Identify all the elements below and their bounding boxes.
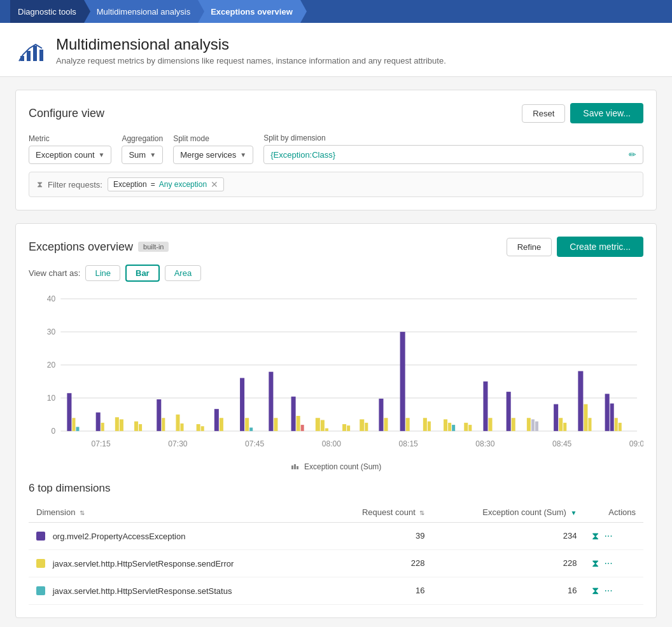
save-view-button[interactable]: Save view... <box>570 103 643 123</box>
dim-name-cell: javax.servlet.http.HttpServletResponse.s… <box>29 549 324 577</box>
breadcrumb-item-multidimensional[interactable]: Multidimensional analysis <box>84 0 198 23</box>
svg-rect-22 <box>139 424 142 431</box>
th-exception-count[interactable]: Exception count (Sum) ▼ <box>432 502 584 523</box>
svg-rect-63 <box>535 422 538 431</box>
svg-rect-2 <box>33 46 37 61</box>
svg-text:0: 0 <box>52 427 56 436</box>
svg-text:07:30: 07:30 <box>168 439 187 448</box>
svg-rect-37 <box>297 416 300 431</box>
refine-button[interactable]: Refine <box>507 238 552 256</box>
more-actions-icon[interactable]: ··· <box>604 530 612 542</box>
split-mode-dropdown[interactable]: Merge services ▼ <box>173 146 253 164</box>
split-dim-label: Split by dimension <box>263 134 643 142</box>
chart-type-bar-button[interactable]: Bar <box>125 265 160 282</box>
svg-rect-29 <box>214 409 219 431</box>
svg-rect-32 <box>245 418 249 431</box>
chart-type-line-button[interactable]: Line <box>85 265 120 281</box>
breadcrumb-item-exceptions[interactable]: Exceptions overview <box>198 0 300 23</box>
filter-icon: ⧗ <box>37 179 43 189</box>
table-row: javax.servlet.http.HttpServletResponse.s… <box>29 549 643 577</box>
section-header: Exceptions overview built-in Refine Crea… <box>29 237 643 257</box>
th-dimension[interactable]: Dimension ⇅ <box>29 502 324 523</box>
filter-tag[interactable]: Exception = Any exception ✕ <box>108 177 224 191</box>
svg-rect-35 <box>274 418 277 431</box>
more-actions-icon[interactable]: ··· <box>604 558 612 569</box>
svg-rect-50 <box>423 418 427 431</box>
chevron-down-icon: ▼ <box>240 151 246 158</box>
filter-action-icon[interactable]: ⧗ <box>592 558 599 569</box>
svg-rect-28 <box>201 426 204 431</box>
svg-rect-40 <box>321 420 325 431</box>
svg-text:10: 10 <box>47 394 55 403</box>
svg-rect-51 <box>428 422 431 431</box>
close-icon[interactable]: ✕ <box>211 179 218 189</box>
configure-title: Configure view <box>29 107 104 120</box>
th-actions: Actions <box>584 502 643 523</box>
svg-rect-21 <box>134 422 138 431</box>
overview-title: Exceptions overview <box>29 240 133 254</box>
svg-rect-59 <box>507 392 511 431</box>
svg-rect-43 <box>347 425 350 431</box>
svg-rect-3 <box>39 50 43 61</box>
dim-name: javax.servlet.http.HttpServletResponse.s… <box>53 559 234 568</box>
section-title: Exceptions overview built-in <box>29 240 169 254</box>
filter-action-icon[interactable]: ⧗ <box>592 585 599 596</box>
breadcrumb-item-diagnostic[interactable]: Diagnostic tools <box>10 0 84 23</box>
top-dimensions-title: 6 top dimensions <box>29 482 643 495</box>
svg-rect-42 <box>342 424 346 431</box>
svg-rect-69 <box>588 418 591 431</box>
svg-rect-67 <box>578 371 583 431</box>
aggregation-dropdown[interactable]: Sum ▼ <box>122 146 163 164</box>
svg-text:09:00: 09:00 <box>629 439 643 448</box>
metric-dropdown[interactable]: Exception count ▼ <box>29 146 111 164</box>
svg-rect-57 <box>483 382 487 431</box>
svg-rect-31 <box>240 378 244 431</box>
page-title: Multidimensional analysis <box>56 36 446 53</box>
actions-cell: ⧗ ··· <box>584 549 643 577</box>
svg-rect-36 <box>291 397 296 431</box>
chart-legend-text: Exception count (Sum) <box>304 462 381 471</box>
split-mode-label: Split mode <box>173 134 253 143</box>
svg-text:07:45: 07:45 <box>245 439 264 448</box>
metric-label: Metric <box>29 134 111 143</box>
svg-text:40: 40 <box>47 294 55 304</box>
sort-desc-icon: ▼ <box>571 509 577 516</box>
filter-row: ⧗ Filter requests: Exception = Any excep… <box>29 172 643 197</box>
actions-cell: ⧗ ··· <box>584 577 643 604</box>
svg-rect-83 <box>294 464 296 469</box>
svg-text:30: 30 <box>47 327 55 337</box>
svg-rect-18 <box>101 423 104 431</box>
page-subtitle: Analyze request metrics by dimensions li… <box>56 56 446 65</box>
sort-icon: ⇅ <box>419 509 424 516</box>
breadcrumb: Diagnostic tools Multidimensional analys… <box>0 0 672 23</box>
split-by-input[interactable]: {Exception:Class} ✏ <box>263 145 643 164</box>
reset-button[interactable]: Reset <box>522 104 565 123</box>
svg-rect-41 <box>325 429 328 431</box>
svg-rect-44 <box>360 419 364 431</box>
svg-rect-66 <box>563 423 566 431</box>
svg-rect-60 <box>512 418 515 431</box>
th-request-count[interactable]: Request count ⇅ <box>324 502 432 523</box>
request-count-cell: 16 <box>324 577 432 604</box>
svg-rect-39 <box>316 418 320 431</box>
configure-header: Configure view Reset Save view... <box>29 103 643 123</box>
request-count-cell: 228 <box>324 549 432 577</box>
svg-rect-71 <box>610 404 614 431</box>
chart-legend: Exception count (Sum) <box>29 462 643 472</box>
edit-icon[interactable]: ✏ <box>629 149 636 160</box>
split-dim-value: {Exception:Class} <box>270 150 629 160</box>
chevron-down-icon: ▼ <box>150 151 156 158</box>
svg-text:08:00: 08:00 <box>322 439 341 448</box>
svg-rect-20 <box>120 419 123 431</box>
svg-rect-26 <box>180 424 183 431</box>
svg-text:08:15: 08:15 <box>399 439 418 448</box>
exceptions-overview-card: Exceptions overview built-in Refine Crea… <box>15 223 657 618</box>
chart-type-area-button[interactable]: Area <box>165 265 201 281</box>
create-metric-button[interactable]: Create metric... <box>557 237 643 257</box>
split-dim-group: Split by dimension {Exception:Class} ✏ <box>263 134 643 164</box>
more-actions-icon[interactable]: ··· <box>604 585 612 596</box>
svg-rect-25 <box>176 415 179 431</box>
breadcrumb-label: Diagnostic tools <box>18 7 76 17</box>
filter-action-icon[interactable]: ⧗ <box>592 530 599 542</box>
svg-text:07:15: 07:15 <box>92 439 111 448</box>
